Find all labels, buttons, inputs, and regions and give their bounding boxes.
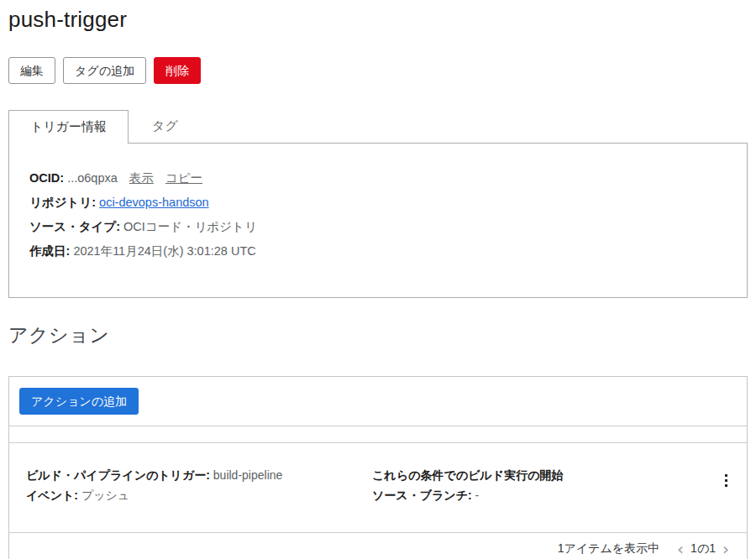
condition-line: これらの条件でのビルド実行の開始	[372, 465, 717, 485]
ocid-copy-link[interactable]: コピー	[165, 171, 202, 185]
table-row: ビルド・パイプラインのトリガー: build-pipeline イベント: プッ…	[9, 443, 747, 532]
tabbar: トリガー情報 タグ	[8, 110, 748, 143]
created-value: 2021年11月24日(水) 3:01:28 UTC	[73, 244, 255, 258]
ocid-value: ...o6qpxa	[67, 171, 118, 185]
branch-label: ソース・ブランチ:	[372, 488, 472, 502]
ocid-label: OCID:	[29, 171, 64, 185]
kebab-dot	[725, 479, 727, 482]
event-line: イベント: プッシュ	[26, 485, 372, 505]
source-type-label: ソース・タイプ:	[29, 220, 120, 233]
condition-title: これらの条件でのビルド実行の開始	[372, 468, 563, 482]
edit-button[interactable]: 編集	[8, 57, 55, 84]
event-label: イベント:	[26, 488, 78, 502]
table-footer: 1アイテムを表示中 ‹ 1の1 ›	[9, 532, 747, 559]
repository-row: リポジトリ: oci-devops-handson	[29, 191, 727, 215]
kebab-dot	[725, 474, 727, 477]
ocid-show-link[interactable]: 表示	[129, 171, 154, 185]
delete-button[interactable]: 削除	[154, 57, 201, 84]
repository-label: リポジトリ:	[29, 196, 96, 209]
source-type-row: ソース・タイプ: OCIコード・リポジトリ	[29, 215, 727, 239]
prev-page-icon[interactable]: ‹	[673, 541, 688, 557]
table-header	[9, 426, 747, 443]
trigger-label: ビルド・パイプラインのトリガー:	[26, 468, 210, 482]
event-value: プッシュ	[81, 488, 129, 502]
repository-link[interactable]: oci-devops-handson	[99, 196, 209, 209]
actions-heading: アクション	[8, 322, 748, 348]
kebab-dot	[725, 484, 727, 487]
actions-toolbar: アクションの追加	[9, 377, 747, 426]
action-row-right: これらの条件でのビルド実行の開始 ソース・ブランチ: -	[372, 465, 717, 505]
trigger-info-panel: OCID: ...o6qpxa 表示 コピー リポジトリ: oci-devops…	[8, 143, 748, 298]
items-shown-text: 1アイテムを表示中	[558, 541, 659, 556]
trigger-line: ビルド・パイプラインのトリガー: build-pipeline	[26, 465, 372, 485]
ocid-row: OCID: ...o6qpxa 表示 コピー	[29, 166, 727, 191]
pager: ‹ 1の1 ›	[673, 541, 733, 557]
branch-value: -	[475, 488, 480, 502]
add-tags-button[interactable]: タグの追加	[63, 57, 146, 84]
created-row: 作成日: 2021年11月24日(水) 3:01:28 UTC	[29, 239, 727, 264]
branch-line: ソース・ブランチ: -	[372, 485, 717, 505]
trigger-detail-page: push-trigger 編集 タグの追加 削除 トリガー情報 タグ OCID:…	[0, 0, 756, 559]
page-indicator: 1の1	[688, 541, 718, 556]
trigger-value: build-pipeline	[213, 468, 283, 482]
actions-table: アクションの追加 ビルド・パイプラインのトリガー: build-pipeline…	[8, 376, 748, 559]
page-title: push-trigger	[8, 7, 748, 33]
source-type-value: OCIコード・リポジトリ	[123, 220, 257, 233]
action-row-left: ビルド・パイプラインのトリガー: build-pipeline イベント: プッ…	[26, 465, 372, 505]
created-label: 作成日:	[29, 244, 70, 258]
add-action-button[interactable]: アクションの追加	[19, 388, 139, 415]
row-actions-menu-icon[interactable]	[717, 468, 735, 493]
tab-trigger-info[interactable]: トリガー情報	[8, 110, 129, 144]
next-page-icon[interactable]: ›	[718, 541, 733, 557]
toolbar: 編集 タグの追加 削除	[8, 57, 748, 84]
tab-tags[interactable]: タグ	[129, 110, 202, 143]
